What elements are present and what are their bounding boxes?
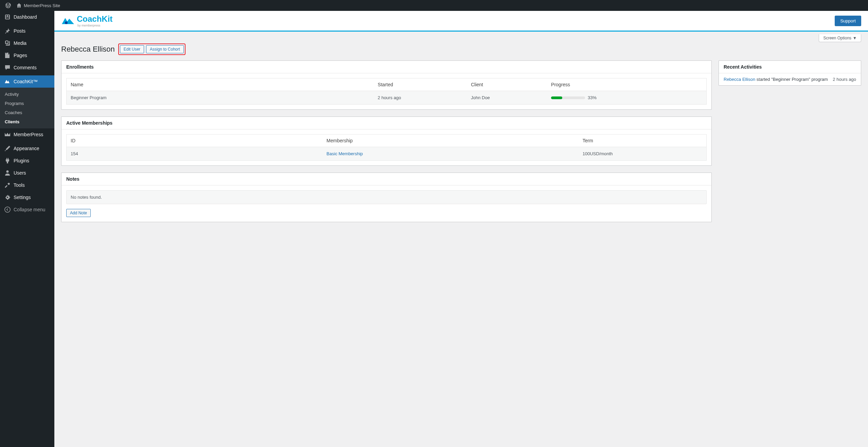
enroll-started: 2 hours ago xyxy=(374,91,467,105)
settings-icon xyxy=(4,194,11,201)
activities-card: Recent Activities Rebecca Ellison starte… xyxy=(719,60,861,86)
pin-icon xyxy=(4,28,11,34)
menu-users-label: Users xyxy=(14,170,26,176)
menu-settings[interactable]: Settings xyxy=(0,191,54,203)
progress-pct: 33% xyxy=(588,95,597,100)
progress-bar xyxy=(551,96,585,99)
page-title: Rebecca Ellison xyxy=(61,45,115,54)
menu-dashboard[interactable]: Dashboard xyxy=(0,11,54,23)
col-progress: Progress xyxy=(547,78,706,91)
brand-name: CoachKit xyxy=(77,14,112,23)
memberships-card: Active Memberships ID Membership Term xyxy=(61,117,712,166)
brand-sub: by memberpress xyxy=(77,24,112,27)
coachkit-submenu: Activity Programs Coaches Clients xyxy=(0,88,54,128)
enroll-client: John Doe xyxy=(467,91,547,105)
memberpress-icon xyxy=(4,131,11,138)
menu-coachkit[interactable]: CoachKit™ xyxy=(0,75,54,88)
menu-comments[interactable]: Comments xyxy=(0,61,54,74)
menu-pages-label: Pages xyxy=(14,53,27,58)
assign-cohort-button[interactable]: Assign to Cohort xyxy=(146,45,184,53)
brand-logo: CoachKit by memberpress xyxy=(61,14,112,27)
submenu-clients[interactable]: Clients xyxy=(0,117,54,126)
brush-icon xyxy=(4,145,11,152)
home-icon xyxy=(16,3,22,8)
activity-text: started "Beginner Program" program xyxy=(755,77,828,82)
wp-logo[interactable] xyxy=(3,3,14,8)
menu-memberpress-label: MemberPress xyxy=(14,132,43,137)
submenu-coaches[interactable]: Coaches xyxy=(0,108,54,117)
svg-point-1 xyxy=(5,207,10,212)
activities-title: Recent Activities xyxy=(719,61,861,73)
table-row: Beginner Program 2 hours ago John Doe 33… xyxy=(67,91,707,105)
menu-settings-label: Settings xyxy=(14,195,31,200)
submenu-programs[interactable]: Programs xyxy=(0,99,54,108)
site-name: MemberPress Site xyxy=(24,3,60,8)
submenu-activity[interactable]: Activity xyxy=(0,90,54,99)
menu-collapse[interactable]: Collapse menu xyxy=(0,203,54,216)
enroll-name: Beginner Program xyxy=(67,91,374,105)
col-membership: Membership xyxy=(322,135,579,147)
comments-icon xyxy=(4,64,11,71)
col-id: ID xyxy=(67,135,323,147)
coachkit-logo-icon xyxy=(61,16,75,25)
wordpress-icon xyxy=(5,3,11,8)
plugin-icon xyxy=(4,157,11,164)
add-note-button[interactable]: Add Note xyxy=(66,209,91,217)
menu-dashboard-label: Dashboard xyxy=(14,14,37,20)
support-button[interactable]: Support xyxy=(835,16,861,26)
activity-item: Rebecca Ellison started "Beginner Progra… xyxy=(719,73,861,85)
enrollments-title: Enrollments xyxy=(61,61,711,73)
membership-link[interactable]: Basic Membership xyxy=(326,151,363,156)
notes-empty-text: No notes found. xyxy=(66,190,707,204)
user-icon xyxy=(4,169,11,176)
activity-time: 2 hours ago xyxy=(833,77,856,82)
menu-media[interactable]: Media xyxy=(0,37,54,49)
notes-card: Notes No notes found. Add Note xyxy=(61,173,712,222)
membership-id: 154 xyxy=(67,147,323,161)
menu-posts-label: Posts xyxy=(14,28,25,34)
admin-bar: MemberPress Site xyxy=(0,0,868,11)
menu-plugins[interactable]: Plugins xyxy=(0,155,54,167)
col-name: Name xyxy=(67,78,374,91)
menu-pages[interactable]: Pages xyxy=(0,49,54,61)
admin-sidebar: Dashboard Posts Media Pages Comments Coa… xyxy=(0,11,54,447)
menu-plugins-label: Plugins xyxy=(14,158,29,163)
chevron-down-icon: ▼ xyxy=(853,36,857,40)
table-row: 154 Basic Membership 100USD/month xyxy=(67,147,707,161)
edit-user-button[interactable]: Edit User xyxy=(120,45,144,53)
content-area: CoachKit by memberpress Support Screen O… xyxy=(54,11,868,447)
screen-options-label: Screen Options xyxy=(823,36,851,40)
enroll-progress: 33% xyxy=(547,91,706,105)
menu-memberpress[interactable]: MemberPress xyxy=(0,128,54,141)
menu-posts[interactable]: Posts xyxy=(0,25,54,37)
membership-term: 100USD/month xyxy=(579,147,707,161)
memberships-title: Active Memberships xyxy=(61,117,711,129)
dashboard-icon xyxy=(4,14,11,20)
page-header: Rebecca Ellison Edit User Assign to Coho… xyxy=(54,42,868,60)
wrench-icon xyxy=(4,182,11,189)
col-term: Term xyxy=(579,135,707,147)
menu-appearance[interactable]: Appearance xyxy=(0,142,54,155)
title-actions-highlight: Edit User Assign to Cohort xyxy=(118,43,185,55)
menu-collapse-label: Collapse menu xyxy=(14,207,45,212)
menu-media-label: Media xyxy=(14,40,26,46)
pages-icon xyxy=(4,52,11,59)
menu-tools[interactable]: Tools xyxy=(0,179,54,191)
activity-user-link[interactable]: Rebecca Ellison xyxy=(724,77,755,82)
enrollments-table: Name Started Client Progress Beginner Pr… xyxy=(66,78,707,105)
svg-point-2 xyxy=(65,21,68,24)
coachkit-icon xyxy=(4,78,11,85)
memberships-table: ID Membership Term 154 Basic Membership … xyxy=(66,134,707,161)
brand-bar: CoachKit by memberpress Support xyxy=(54,11,868,32)
svg-point-0 xyxy=(6,171,9,173)
collapse-icon xyxy=(4,206,11,213)
menu-tools-label: Tools xyxy=(14,182,25,188)
col-started: Started xyxy=(374,78,467,91)
col-client: Client xyxy=(467,78,547,91)
site-home-link[interactable]: MemberPress Site xyxy=(14,3,63,8)
enrollments-card: Enrollments Name Started Client Progress xyxy=(61,60,712,110)
menu-comments-label: Comments xyxy=(14,65,37,70)
screen-options-button[interactable]: Screen Options ▼ xyxy=(819,34,861,42)
menu-users[interactable]: Users xyxy=(0,167,54,179)
menu-coachkit-label: CoachKit™ xyxy=(14,79,38,84)
